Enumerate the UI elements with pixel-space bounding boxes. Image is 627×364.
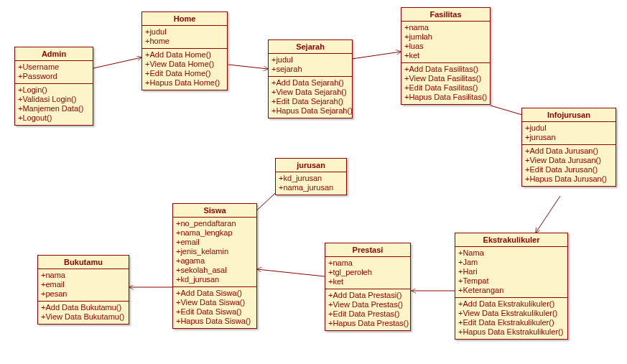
op: +View Data Fasilitas() <box>404 74 487 83</box>
attr: +luas <box>404 42 487 51</box>
svg-line-0 <box>93 57 141 68</box>
svg-line-4 <box>536 196 560 233</box>
attr: +kd_jurusan <box>176 275 254 284</box>
class-ops: +Add Data Bukutamu() +View Data Bukutamu… <box>38 302 129 324</box>
class-ops: +Add Data Sejarah() +View Data Sejarah()… <box>269 77 352 118</box>
attr: +Password <box>18 72 90 81</box>
attr: +judul <box>145 27 224 37</box>
attr: +judul <box>525 123 613 133</box>
svg-line-2 <box>352 52 401 59</box>
class-title: Sejarah <box>269 40 352 54</box>
class-title: Fasilitas <box>401 8 490 22</box>
class-ops: +Add Data Jurusan() +View Data Jurusan()… <box>522 145 616 186</box>
class-sejarah: Sejarah +judul +sejarah +Add Data Sejara… <box>268 39 353 118</box>
attr: +ket <box>404 51 487 60</box>
op: +Add Data Fasilitas() <box>404 65 487 74</box>
class-jurusan: jurusan +kd_jurusan +nama_jurusan <box>275 158 347 195</box>
op: +Edit Data Jurusan() <box>525 165 613 174</box>
op: +Add Data Bukutamu() <box>41 303 126 312</box>
attr: +ket <box>328 277 407 286</box>
class-title: Admin <box>15 47 93 61</box>
op: +Manjemen Data() <box>18 104 90 113</box>
attr: +jumlah <box>404 32 487 42</box>
attr: +nama <box>41 271 126 280</box>
class-siswa: Siswa +no_pendaftaran +nama_lengkap +ema… <box>172 203 257 329</box>
attr: +nama <box>404 23 487 32</box>
op: +View Data Siswa() <box>176 298 254 307</box>
attr: +nama <box>328 258 407 268</box>
class-attrs: +judul +home <box>142 26 227 49</box>
op: +Hapus Data Home() <box>145 78 224 88</box>
op: +Edit Data Sejarah() <box>271 97 349 106</box>
attr: +nama_lengkap <box>176 228 254 238</box>
class-fasilitas: Fasilitas +nama +jumlah +luas +ket +Add … <box>401 7 491 105</box>
class-attrs: +kd_jurusan +nama_jurusan <box>276 172 346 195</box>
class-bukutamu: Bukutamu +nama +email +pesan +Add Data B… <box>37 255 129 325</box>
op: +Hapus Data Jurusan() <box>525 174 613 184</box>
attr: +jurusan <box>525 133 613 142</box>
class-prestasi: Prestasi +nama +tgl_peroleh +ket +Add Da… <box>325 243 411 331</box>
op: +Edit Data Fasilitas() <box>404 83 487 93</box>
op: +Edit Data Ekstrakulikuler() <box>458 318 565 327</box>
attr: +tgl_peroleh <box>328 268 407 277</box>
class-ops: +Add Data Fasilitas() +View Data Fasilit… <box>401 63 490 104</box>
op: +Hapus Data Fasilitas() <box>404 93 487 102</box>
class-attrs: +Username +Password <box>15 61 93 84</box>
class-ops: +Add Data Ekstrakulikuler() +View Data E… <box>455 298 567 339</box>
attr: +Hari <box>458 267 565 276</box>
op: +View Data Ekstrakulikuler() <box>458 309 565 318</box>
class-attrs: +Nama +Jam +Hari +Tempat +Keterangan <box>455 247 567 298</box>
op: +Validasi Login() <box>18 95 90 104</box>
attr: +Nama <box>458 248 565 258</box>
class-attrs: +nama +tgl_peroleh +ket <box>325 257 410 289</box>
op: +Logout() <box>18 113 90 123</box>
attr: +email <box>176 238 254 247</box>
class-title: Home <box>142 12 227 26</box>
op: +Add Data Sejarah() <box>271 78 349 88</box>
attr: +agama <box>176 256 254 266</box>
attr: +pesan <box>41 289 126 299</box>
op: +Login() <box>18 85 90 95</box>
class-attrs: +judul +jurusan <box>522 122 616 145</box>
class-admin: Admin +Username +Password +Login() +Vali… <box>14 47 93 126</box>
attr: +nama_jurusan <box>279 183 343 192</box>
attr: +Keterangan <box>458 286 565 295</box>
op: +Hapus Data Prestas() <box>328 319 407 328</box>
class-title: Bukutamu <box>38 256 129 269</box>
op: +View Data Home() <box>145 60 224 69</box>
op: +View Data Prestas() <box>328 300 407 309</box>
op: +Hapus Data Siswa() <box>176 317 254 326</box>
op: +Hapus Data Sejarah() <box>271 106 349 116</box>
attr: +sejarah <box>271 65 349 74</box>
op: +Add Data Ekstrakulikuler() <box>458 299 565 309</box>
class-title: Prestasi <box>325 243 410 257</box>
op: +Hapus Data Ekstrakulikuler() <box>458 327 565 337</box>
op: +View Data Sejarah() <box>271 88 349 97</box>
op: +View Data Jurusan() <box>525 156 613 165</box>
svg-line-1 <box>228 65 268 69</box>
op: +Add Data Jurusan() <box>525 146 613 156</box>
attr: +Tempat <box>458 276 565 286</box>
attr: +kd_jurusan <box>279 174 343 183</box>
class-title: jurusan <box>276 159 346 172</box>
class-home: Home +judul +home +Add Data Home() +View… <box>141 11 228 90</box>
attr: +Username <box>18 62 90 72</box>
attr: +email <box>41 280 126 289</box>
class-attrs: +judul +sejarah <box>269 54 352 77</box>
attr: +jenis_kelamin <box>176 247 254 256</box>
attr: +home <box>145 37 224 46</box>
class-ops: +Add Data Siswa() +View Data Siswa() +Ed… <box>173 287 256 328</box>
class-title: Ekstrakulikuler <box>455 233 567 247</box>
op: +Edit Data Home() <box>145 69 224 78</box>
svg-line-6 <box>257 269 325 276</box>
attr: +sekolah_asal <box>176 266 254 275</box>
class-ops: +Login() +Validasi Login() +Manjemen Dat… <box>15 84 93 125</box>
op: +Add Data Siswa() <box>176 289 254 298</box>
attr: +no_pendaftaran <box>176 219 254 228</box>
class-ops: +Add Data Home() +View Data Home() +Edit… <box>142 49 227 90</box>
attr: +Jam <box>458 258 565 267</box>
op: +View Data Bukutamu() <box>41 312 126 322</box>
class-title: Siswa <box>173 204 256 218</box>
op: +Add Data Home() <box>145 50 224 60</box>
class-ekstrakulikuler: Ekstrakulikuler +Nama +Jam +Hari +Tempat… <box>455 233 568 340</box>
